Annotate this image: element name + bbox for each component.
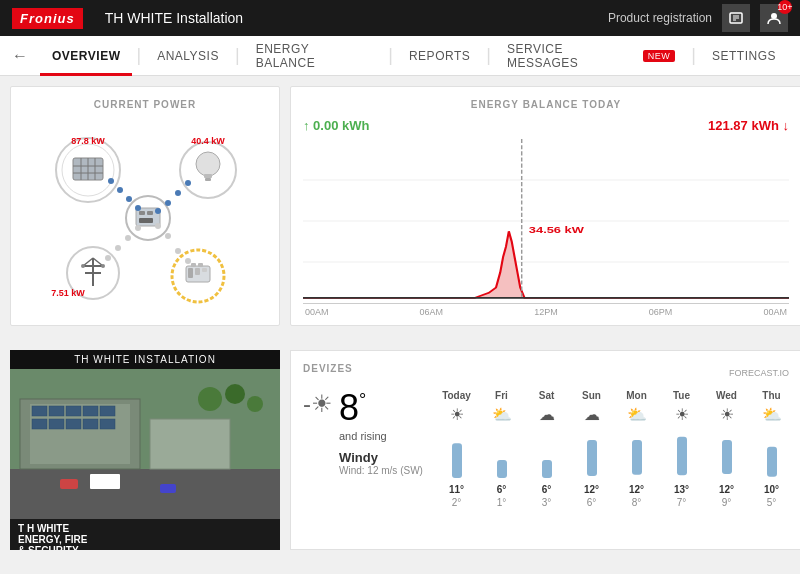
forecast-low-7: 5°: [767, 497, 777, 508]
nav-item-analysis[interactable]: ANALYSIS: [145, 36, 231, 76]
service-messages-badge: NEW: [643, 50, 676, 62]
svg-text:87.8 kW: 87.8 kW: [71, 136, 105, 146]
forecast-icon-1: ⛅: [492, 405, 512, 424]
devizes-card: DEVIZES FORECAST.IO -☀ 8 ° and rising Wi…: [290, 350, 800, 550]
weather-details: 8 ° and rising Windy Wind: 12 m/s (SW): [339, 390, 423, 476]
svg-point-49: [115, 245, 121, 251]
energy-chart: 34.56 kW 34.56 kW: [303, 139, 789, 304]
svg-rect-84: [452, 443, 462, 478]
energy-balance-card: ENERGY BALANCE TODAY ↑ 0.00 kWh 121.87 k…: [290, 86, 800, 326]
svg-text:34.56 kW: 34.56 kW: [529, 225, 585, 235]
forecast-icon-5: ☀: [675, 405, 689, 424]
forecast-low-1: 1°: [497, 497, 507, 508]
svg-rect-90: [722, 440, 732, 474]
nav-item-reports[interactable]: REPORTS: [397, 36, 482, 76]
svg-point-46: [165, 200, 171, 206]
svg-rect-86: [542, 460, 552, 478]
forecast-day-5: Tue ☀ 13° 7°: [664, 390, 699, 508]
fronius-logo: Fronius: [12, 8, 83, 29]
forecast-high-2: 6°: [542, 484, 552, 495]
svg-rect-89: [677, 437, 687, 476]
forecast-icon-3: ☁: [584, 405, 600, 424]
installation-bottom-label: T H WHITE ENERGY, FIRE & SECURITY: [10, 519, 280, 550]
svg-rect-70: [83, 406, 98, 416]
forecast-day-label-3: Sun: [582, 390, 601, 401]
forecast-row: Today ☀ 11° 2° Fri ⛅ 6° 1° Sat ☁ 6° 3° S…: [439, 390, 789, 508]
current-power-card: CURRENT POWER 87.8 kW 40.4: [10, 86, 280, 326]
svg-rect-88: [632, 440, 642, 475]
energy-balance-header: ↑ 0.00 kWh 121.87 kWh ↓: [303, 118, 789, 133]
svg-rect-22: [147, 211, 153, 215]
nav-bar: ← OVERVIEW | ANALYSIS | ENERGY BALANCE |…: [0, 36, 800, 76]
registration-icon[interactable]: [722, 4, 750, 32]
svg-rect-91: [767, 447, 777, 477]
svg-rect-83: [90, 474, 120, 489]
svg-rect-36: [198, 263, 203, 267]
svg-point-78: [198, 387, 222, 411]
svg-rect-76: [100, 419, 115, 429]
forecast-day-4: Mon ⛅ 12° 8°: [619, 390, 654, 508]
user-icon[interactable]: 10+: [760, 4, 788, 32]
chart-time-labels: 00AM 06AM 12PM 06PM 00AM: [303, 307, 789, 317]
svg-point-52: [185, 258, 191, 264]
svg-rect-75: [83, 419, 98, 429]
nav-back-button[interactable]: ←: [12, 47, 28, 65]
svg-point-54: [165, 233, 171, 239]
nav-item-settings[interactable]: SETTINGS: [700, 36, 788, 76]
svg-rect-21: [139, 211, 145, 215]
nav-item-service-messages[interactable]: SERVICE MESSAGES NEW: [495, 36, 687, 76]
header: Fronius TH WHITE Installation Product re…: [0, 0, 800, 36]
weather-main: -☀ 8 ° and rising Windy Wind: 12 m/s (SW…: [303, 390, 789, 508]
svg-point-48: [105, 255, 111, 261]
energy-red-value: 121.87 kWh ↓: [708, 118, 789, 133]
forecast-icon-4: ⛅: [627, 405, 647, 424]
svg-point-50: [125, 235, 131, 241]
forecast-day-7: Thu ⛅ 10° 5°: [754, 390, 789, 508]
forecast-day-label-4: Mon: [626, 390, 647, 401]
header-title: TH WHITE Installation: [105, 10, 243, 26]
current-power-title: CURRENT POWER: [23, 99, 267, 110]
svg-rect-67: [32, 406, 47, 416]
svg-rect-85: [497, 460, 507, 478]
current-temp: 8: [339, 390, 359, 426]
weather-trend: and rising: [339, 430, 423, 442]
time-label-4: 00AM: [763, 307, 787, 317]
svg-point-15: [196, 152, 220, 176]
weather-condition: Windy: [339, 450, 423, 465]
svg-point-41: [117, 187, 123, 193]
svg-text:40.4 kW: 40.4 kW: [191, 136, 225, 146]
svg-point-42: [126, 196, 132, 202]
svg-rect-37: [188, 268, 193, 278]
forecast-source: FORECAST.IO: [729, 368, 789, 378]
svg-point-31: [101, 264, 105, 268]
svg-point-30: [81, 264, 85, 268]
forecast-low-3: 6°: [587, 497, 597, 508]
svg-point-53: [175, 248, 181, 254]
forecast-low-5: 7°: [677, 497, 687, 508]
nav-item-overview[interactable]: OVERVIEW: [40, 36, 132, 76]
svg-point-47: [155, 208, 161, 214]
forecast-high-3: 12°: [584, 484, 599, 495]
svg-rect-72: [32, 419, 47, 429]
svg-rect-64: [10, 469, 280, 519]
product-registration-label: Product registration: [608, 11, 712, 25]
forecast-day-label-0: Today: [442, 390, 471, 401]
forecast-low-0: 2°: [452, 497, 462, 508]
installation-image: [10, 369, 280, 519]
forecast-high-7: 10°: [764, 484, 779, 495]
svg-point-4: [771, 13, 777, 19]
forecast-low-4: 8°: [632, 497, 642, 508]
svg-rect-17: [205, 178, 211, 181]
svg-rect-69: [66, 406, 81, 416]
svg-rect-39: [202, 268, 207, 272]
nav-item-energy-balance[interactable]: ENERGY BALANCE: [244, 36, 385, 76]
time-label-1: 06AM: [420, 307, 444, 317]
forecast-day-label-7: Thu: [762, 390, 780, 401]
forecast-day-1: Fri ⛅ 6° 1°: [484, 390, 519, 508]
forecast-high-1: 6°: [497, 484, 507, 495]
forecast-icon-2: ☁: [539, 405, 555, 424]
temp-unit: °: [359, 390, 366, 411]
power-diagram: 87.8 kW 40.4 kW: [23, 118, 267, 318]
forecast-high-5: 13°: [674, 484, 689, 495]
svg-rect-74: [66, 419, 81, 429]
